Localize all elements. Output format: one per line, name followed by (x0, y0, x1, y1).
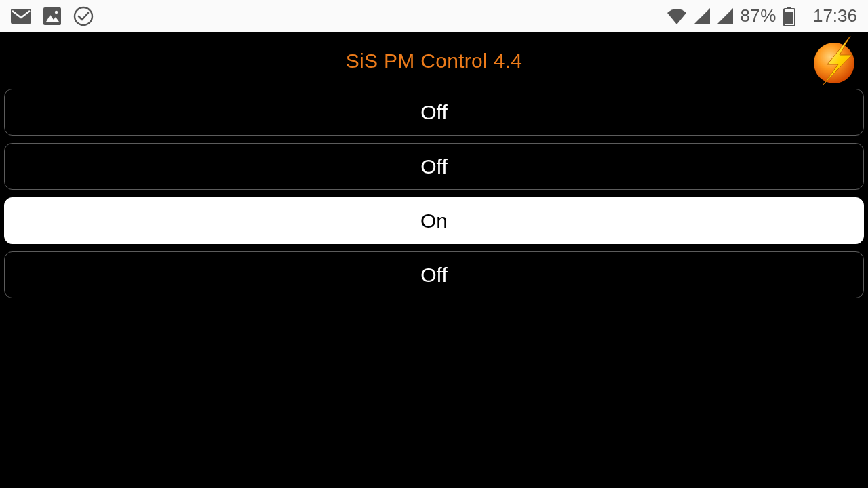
battery-percentage: 87% (740, 5, 776, 26)
status-bar-right: 87% 17:36 (667, 5, 857, 26)
app-body: SiS PM Control 4.4 Off (0, 32, 868, 488)
outlet-list: Off Off On Off (4, 89, 864, 298)
svg-point-3 (75, 7, 92, 25)
svg-point-2 (55, 10, 58, 13)
svg-marker-5 (717, 8, 733, 24)
mail-icon (11, 9, 31, 24)
clock: 17:36 (813, 5, 857, 26)
outlet-label: Off (420, 101, 447, 124)
page-title: SiS PM Control 4.4 (0, 32, 868, 73)
signal-icon (694, 8, 710, 24)
status-bar: 87% 17:36 (0, 0, 868, 32)
signal-icon (717, 8, 733, 24)
outlet-label: Off (420, 155, 447, 178)
svg-rect-0 (43, 7, 61, 25)
outlet-label: Off (420, 264, 447, 287)
outlet-toggle-2[interactable]: Off (4, 143, 864, 190)
checkmark-circle-icon (73, 6, 94, 26)
battery-icon (783, 7, 795, 26)
wifi-icon (667, 8, 687, 24)
lightning-bolt-icon (811, 36, 860, 85)
picture-icon (43, 7, 61, 25)
status-bar-left (11, 6, 94, 26)
outlet-toggle-4[interactable]: Off (4, 251, 864, 298)
svg-rect-8 (785, 12, 793, 24)
outlet-label: On (420, 209, 448, 232)
outlet-toggle-1[interactable]: Off (4, 89, 864, 136)
outlet-toggle-3[interactable]: On (4, 197, 864, 244)
svg-marker-4 (694, 8, 710, 24)
